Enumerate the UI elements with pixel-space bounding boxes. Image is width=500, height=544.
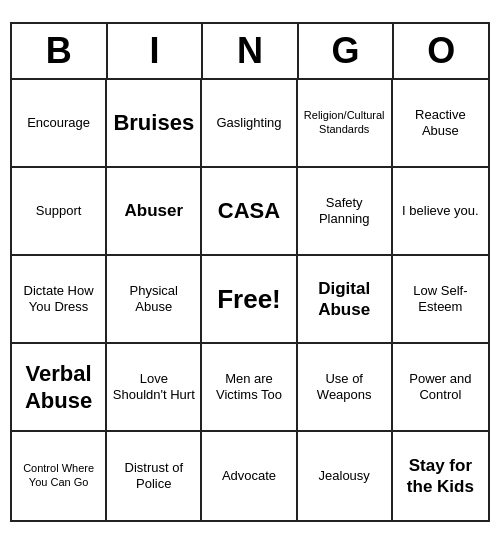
header-letter: I: [108, 24, 204, 78]
bingo-grid: EncourageBruisesGaslightingReligion/Cult…: [12, 80, 488, 520]
bingo-cell: Bruises: [107, 80, 202, 168]
header-letter: G: [299, 24, 395, 78]
bingo-cell: Verbal Abuse: [12, 344, 107, 432]
header-letter: B: [12, 24, 108, 78]
bingo-cell: I believe you.: [393, 168, 488, 256]
bingo-cell: Men are Victims Too: [202, 344, 297, 432]
bingo-cell: Encourage: [12, 80, 107, 168]
bingo-cell: Control Where You Can Go: [12, 432, 107, 520]
bingo-cell: Reactive Abuse: [393, 80, 488, 168]
bingo-cell: Power and Control: [393, 344, 488, 432]
bingo-cell: Advocate: [202, 432, 297, 520]
bingo-cell: Support: [12, 168, 107, 256]
bingo-cell: Distrust of Police: [107, 432, 202, 520]
bingo-cell: Free!: [202, 256, 297, 344]
bingo-cell: Use of Weapons: [298, 344, 393, 432]
bingo-header: BINGO: [12, 24, 488, 80]
bingo-cell: CASA: [202, 168, 297, 256]
bingo-cell: Religion/Cultural Standards: [298, 80, 393, 168]
bingo-cell: Love Shouldn't Hurt: [107, 344, 202, 432]
bingo-cell: Stay for the Kids: [393, 432, 488, 520]
bingo-cell: Digital Abuse: [298, 256, 393, 344]
header-letter: N: [203, 24, 299, 78]
bingo-cell: Low Self-Esteem: [393, 256, 488, 344]
header-letter: O: [394, 24, 488, 78]
bingo-card: BINGO EncourageBruisesGaslightingReligio…: [10, 22, 490, 522]
bingo-cell: Safety Planning: [298, 168, 393, 256]
bingo-cell: Jealousy: [298, 432, 393, 520]
bingo-cell: Dictate How You Dress: [12, 256, 107, 344]
bingo-cell: Abuser: [107, 168, 202, 256]
bingo-cell: Gaslighting: [202, 80, 297, 168]
bingo-cell: Physical Abuse: [107, 256, 202, 344]
